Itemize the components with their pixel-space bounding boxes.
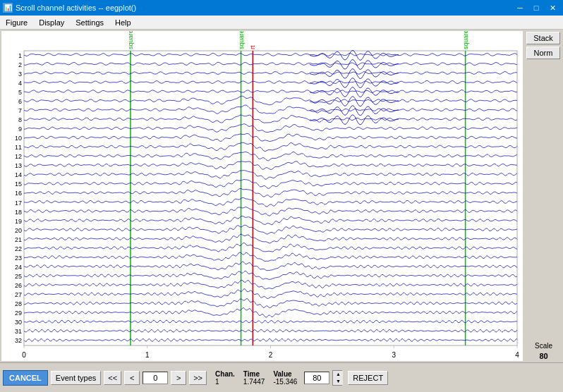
- menu-settings[interactable]: Settings: [70, 18, 109, 27]
- main-content: Stack Norm Scale 80: [0, 30, 563, 362]
- chan-info: Chan. 1: [215, 370, 235, 386]
- close-button[interactable]: ✕: [545, 1, 560, 14]
- cancel-button[interactable]: CANCEL: [3, 370, 48, 386]
- event-types-button[interactable]: Event types: [51, 371, 101, 385]
- menu-bar: Figure Display Settings Help: [0, 16, 563, 30]
- menu-display[interactable]: Display: [33, 18, 70, 27]
- right-panel: Stack Norm Scale 80: [524, 30, 563, 362]
- menu-help[interactable]: Help: [109, 18, 137, 27]
- norm-button[interactable]: Norm: [526, 47, 560, 59]
- scale-input[interactable]: [304, 372, 329, 384]
- title-bar-controls: ─ □ ✕: [512, 1, 560, 14]
- nav-input[interactable]: [143, 372, 168, 384]
- minimize-button[interactable]: ─: [512, 1, 528, 14]
- title-bar: 📊 Scroll channel activities -- eegplot()…: [0, 0, 563, 16]
- nav-next-next-button[interactable]: >>: [189, 371, 207, 385]
- chan-label: Chan.: [215, 370, 235, 378]
- bottom-bar: CANCEL Event types << < > >> Chan. 1 Tim…: [0, 362, 563, 392]
- scale-spinner: ▲ ▼: [332, 370, 342, 386]
- chan-value: 1: [215, 378, 235, 386]
- value-label: Value: [273, 370, 297, 378]
- scale-up-button[interactable]: ▲: [333, 371, 343, 378]
- window-title: Scroll channel activities -- eegplot(): [16, 4, 136, 12]
- menu-figure[interactable]: Figure: [0, 18, 33, 27]
- time-info: Time 1.7447: [243, 370, 265, 386]
- value-info: Value -15.346: [273, 370, 297, 386]
- stack-button[interactable]: Stack: [526, 32, 560, 44]
- time-label: Time: [243, 370, 265, 378]
- value-value: -15.346: [273, 378, 297, 386]
- scale-down-button[interactable]: ▼: [333, 378, 343, 385]
- reject-button[interactable]: REJECT: [348, 371, 388, 385]
- scale-label: Scale: [526, 342, 561, 350]
- eeg-canvas: [1, 31, 523, 361]
- nav-prev-button[interactable]: <: [124, 371, 140, 385]
- plot-area: [1, 31, 523, 361]
- scale-value: 80: [526, 352, 561, 360]
- nav-next-button[interactable]: >: [171, 371, 186, 385]
- time-value: 1.7447: [243, 378, 265, 386]
- maximize-button[interactable]: □: [528, 1, 544, 14]
- window-icon: 📊: [3, 3, 13, 13]
- nav-prev-prev-button[interactable]: <<: [104, 371, 121, 385]
